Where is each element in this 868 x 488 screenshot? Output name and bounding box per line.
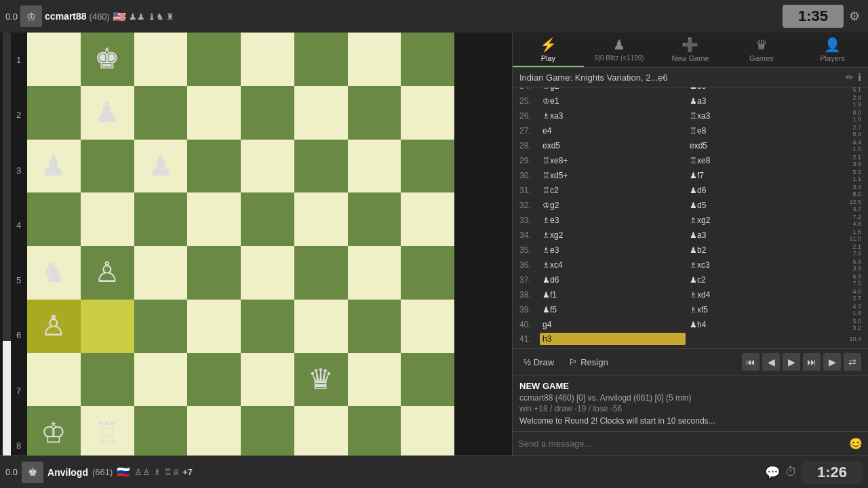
black-move[interactable]: ♗xc3 [687,259,833,271]
black-move[interactable] [687,338,833,340]
white-move[interactable]: ♟f5 [540,304,686,316]
resign-button[interactable]: 🏳 Resign [565,354,612,370]
square-b3[interactable] [348,300,401,353]
tab-play[interactable]: ⚡ Play [513,33,584,67]
square-e2[interactable] [187,353,241,407]
square-h2[interactable] [27,353,81,407]
chess-board[interactable]: ♚♟♟♟♞♙♙♛♔♖ [27,33,454,455]
flip-board-button[interactable]: ⇄ [844,353,861,371]
white-move[interactable]: ♗e3 [540,244,686,256]
square-c6[interactable] [294,140,348,193]
last-move-button[interactable]: ⏭ [803,353,821,371]
square-e3[interactable] [187,300,241,353]
tab-newgame[interactable]: ➕ New Game [655,33,726,67]
tab-games[interactable]: ♛ Games [726,33,797,67]
square-f8[interactable] [134,33,188,86]
next-move-button[interactable]: ▶ [783,353,800,371]
square-c4[interactable] [294,246,348,300]
black-move[interactable]: ♖xa3 [687,110,833,122]
square-b6[interactable] [348,140,401,193]
square-a3[interactable] [401,300,454,353]
square-c5[interactable] [294,192,348,246]
white-move[interactable]: ♖c2 [540,184,686,197]
settings-icon[interactable]: ⚙ [846,6,863,26]
square-d1[interactable] [241,406,294,455]
white-move[interactable]: ♗e3 [540,214,686,226]
square-h6[interactable]: ♟ [27,140,81,193]
chat-input[interactable] [518,439,849,449]
white-move[interactable]: ♔e1 [540,95,686,107]
square-c7[interactable] [294,86,348,140]
square-b4[interactable] [348,246,401,300]
timer-icon[interactable]: ⏱ [785,465,797,480]
white-move[interactable]: ♔g2 [540,87,686,92]
square-c8[interactable] [294,33,348,86]
square-c2[interactable]: ♛ [294,353,348,407]
black-move[interactable]: ♟d6 [687,184,833,197]
white-move[interactable]: ♔g2 [540,199,686,211]
info-icon[interactable]: ℹ [858,72,861,83]
square-f3[interactable] [134,300,188,353]
square-b8[interactable] [348,33,401,86]
play-button[interactable]: ▶ [823,353,841,371]
square-b1[interactable] [348,406,401,455]
black-move[interactable]: ♟h4 [687,319,833,331]
square-h5[interactable] [27,192,81,246]
chat-bubble-icon[interactable]: 💬 [765,465,780,480]
black-move[interactable]: ♖xe8 [687,155,833,167]
square-a5[interactable] [401,192,454,246]
square-a7[interactable] [401,86,454,140]
black-move[interactable]: ♟a3 [687,229,833,241]
square-g7[interactable]: ♟ [81,86,134,140]
white-move[interactable]: ♟d6 [540,274,686,286]
square-d5[interactable] [241,192,294,246]
white-move[interactable]: ♗xg2 [540,229,686,241]
black-move[interactable]: ♖e8 [687,125,833,137]
square-d6[interactable] [241,140,294,193]
square-d7[interactable] [241,86,294,140]
square-e4[interactable] [187,246,241,300]
white-move[interactable]: exd5 [540,140,686,152]
white-move[interactable]: ♗xa3 [540,110,686,122]
tab-players[interactable]: 👤 Players [797,33,868,67]
emoji-icon[interactable]: 😊 [849,437,863,450]
black-move[interactable]: ♗xf5 [687,304,833,316]
square-h4[interactable]: ♞ [27,246,81,300]
square-g2[interactable] [81,353,134,407]
first-move-button[interactable]: ⏮ [742,353,760,371]
square-e1[interactable] [187,406,241,455]
square-d4[interactable] [241,246,294,300]
black-move[interactable]: ♟f7 [687,169,833,182]
black-move[interactable]: ♟c2 [687,274,833,286]
square-c3[interactable] [294,300,348,353]
square-g5[interactable] [81,192,134,246]
square-f1[interactable] [134,406,188,455]
square-c1[interactable] [294,406,348,455]
square-d3[interactable] [241,300,294,353]
square-g1[interactable]: ♖ [81,406,134,455]
square-a6[interactable] [401,140,454,193]
square-f4[interactable] [134,246,188,300]
square-b5[interactable] [348,192,401,246]
square-e6[interactable] [187,140,241,193]
square-h1[interactable]: ♔ [27,406,81,455]
black-move[interactable]: exd5 [687,140,833,152]
white-move[interactable]: ♟f1 [540,289,686,301]
square-h3[interactable]: ♙ [27,300,81,353]
square-f7[interactable] [134,86,188,140]
square-h8[interactable] [27,33,81,86]
white-move[interactable]: ♖xe8+ [540,155,686,167]
square-g6[interactable] [81,140,134,193]
square-a1[interactable] [401,406,454,455]
white-move[interactable]: ♗xc4 [540,259,686,271]
black-move[interactable]: ♟b5 [687,87,833,92]
square-g3[interactable] [81,300,134,353]
square-d2[interactable] [241,353,294,407]
white-move[interactable]: e4 [540,125,686,137]
square-a8[interactable] [401,33,454,86]
square-a4[interactable] [401,246,454,300]
moves-area[interactable]: 23.♔e2♟a6 1.5 26.3 24.♔g2♟b5 7.7 5.1 25.… [513,87,868,348]
square-d8[interactable] [241,33,294,86]
black-move[interactable]: ♗xg2 [687,214,833,226]
square-f6[interactable]: ♟ [134,140,188,193]
